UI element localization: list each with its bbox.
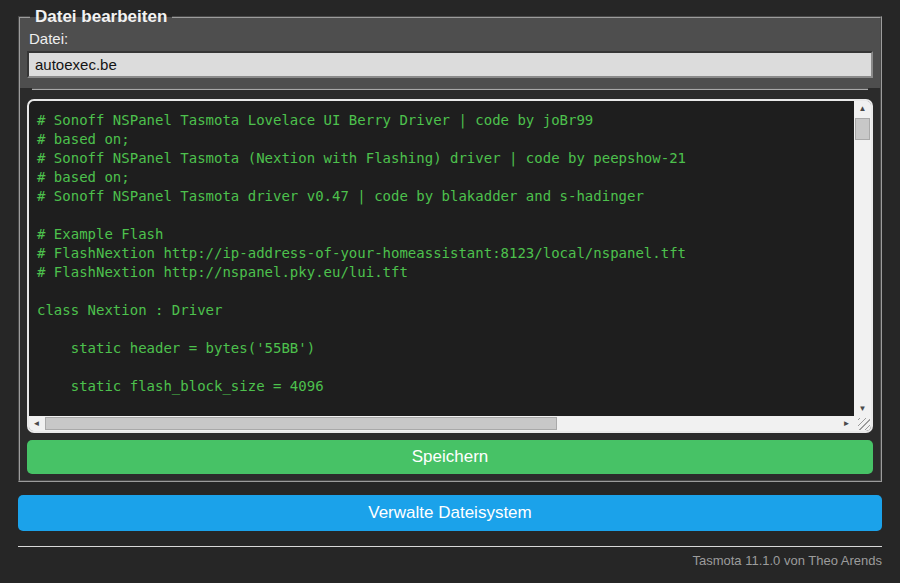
vertical-scrollbar[interactable]: ▲ ▼: [854, 101, 871, 416]
code-editor[interactable]: # Sonoff NSPanel Tasmota Lovelace UI Ber…: [27, 99, 873, 433]
filename-section: Datei:: [27, 18, 873, 88]
horizontal-scrollbar[interactable]: ◄ ►: [29, 416, 854, 431]
panel-legend: Datei bearbeiten: [30, 6, 172, 27]
footer-divider: [18, 546, 882, 547]
vertical-scroll-thumb[interactable]: [855, 118, 870, 140]
scrollbar-corner: [854, 416, 871, 431]
save-button[interactable]: Speichern: [27, 440, 873, 474]
scroll-up-icon[interactable]: ▲: [854, 101, 871, 116]
filename-input[interactable]: [27, 51, 873, 78]
editor-section: # Sonoff NSPanel Tasmota Lovelace UI Ber…: [27, 90, 873, 474]
scroll-left-icon[interactable]: ◄: [29, 416, 44, 431]
manage-filesystem-button[interactable]: Verwalte Dateisystem: [18, 495, 882, 531]
code-editor-content: # Sonoff NSPanel Tasmota Lovelace UI Ber…: [29, 101, 854, 416]
resize-grip-icon[interactable]: [858, 418, 870, 430]
horizontal-scroll-thumb[interactable]: [45, 417, 557, 430]
footer: Tasmota 11.1.0 von Theo Arends: [18, 546, 882, 569]
scroll-down-icon[interactable]: ▼: [854, 401, 871, 416]
edit-file-panel: Datei bearbeiten Datei: # Sonoff NSPanel…: [18, 16, 882, 482]
file-label: Datei:: [29, 30, 873, 47]
scroll-right-icon[interactable]: ►: [839, 416, 854, 431]
footer-credit: Tasmota 11.1.0 von Theo Arends: [692, 551, 882, 568]
tasmota-edit-file-page: { "editor_panel": { "legend": "Datei bea…: [0, 0, 900, 583]
